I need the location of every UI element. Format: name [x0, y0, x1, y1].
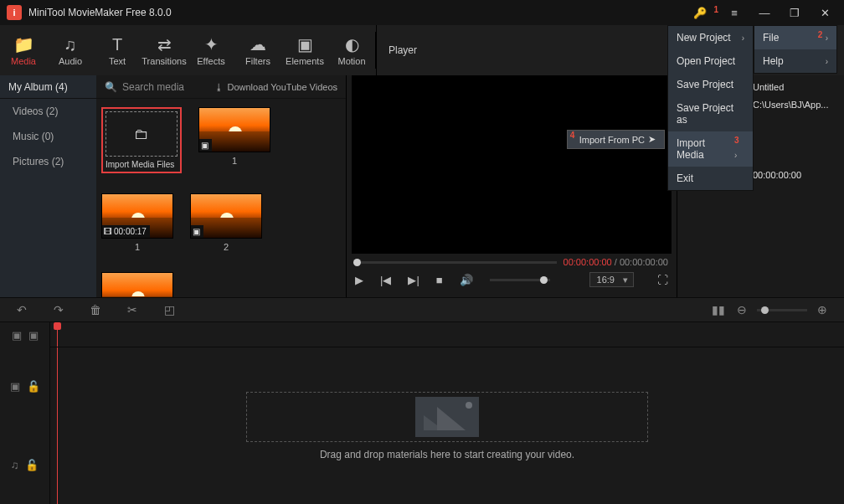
import-tile-label: Import Media Files: [106, 160, 178, 169]
delete-button[interactable]: 🗑: [87, 303, 104, 316]
lock-icon[interactable]: ▣: [10, 380, 20, 393]
timeline-ruler[interactable]: [50, 322, 844, 347]
thumb-label: 1: [135, 242, 140, 252]
import-from-pc-menu-item[interactable]: 4 Import From PC ➤: [567, 130, 665, 149]
menu-save-project[interactable]: Save Project: [668, 73, 753, 96]
hamburger-menu-button[interactable]: ≡: [720, 1, 749, 24]
tab-label: Transitions: [142, 56, 186, 66]
tab-audio[interactable]: ♫Audio: [47, 25, 94, 75]
download-icon: ⭳: [214, 82, 224, 92]
volume-icon[interactable]: 🔊: [460, 274, 473, 286]
minimize-button[interactable]: —: [750, 1, 779, 24]
tab-motion[interactable]: ◐Motion: [328, 25, 375, 75]
prev-frame-button[interactable]: |◀: [380, 274, 391, 286]
chevron-right-icon: ›: [826, 33, 828, 43]
crop-button[interactable]: ◰: [161, 303, 178, 316]
split-button[interactable]: ✂: [124, 303, 141, 316]
track-toggle-icon[interactable]: ▣: [12, 329, 22, 342]
menu-file[interactable]: File2 ›: [754, 26, 836, 49]
effects-icon: ✦: [204, 34, 219, 54]
image-icon: ▣: [201, 141, 208, 150]
app-icon: i: [7, 5, 22, 20]
time-total: 00:00:00:00: [620, 257, 668, 267]
chevron-right-icon: ›: [742, 33, 744, 43]
app-title: MiniTool MovieMaker Free 8.0.0: [28, 7, 693, 18]
aspect-ratio-select[interactable]: 16:9: [589, 272, 634, 287]
seek-slider[interactable]: [355, 261, 557, 264]
media-thumb[interactable]: ▣ 1: [198, 107, 270, 173]
media-thumb[interactable]: ▣ 2: [190, 193, 262, 252]
zoom-out-button[interactable]: ⊖: [733, 303, 750, 316]
next-frame-button[interactable]: ▶|: [408, 274, 419, 286]
menu-open-project[interactable]: Open Project: [668, 49, 753, 73]
sidebar-item-pictures[interactable]: Pictures (2): [0, 149, 96, 174]
marker-2: 2: [818, 30, 823, 39]
sidebar-item-videos[interactable]: Videos (2): [0, 99, 96, 124]
tab-filters[interactable]: ☁Filters: [234, 25, 281, 75]
search-icon: 🔍: [105, 81, 117, 93]
marker-tool[interactable]: ▮▮: [710, 303, 727, 316]
tab-label: Filters: [245, 56, 270, 66]
tab-label: Motion: [337, 56, 365, 66]
stop-button[interactable]: ■: [436, 274, 443, 286]
cursor-icon: ➤: [648, 134, 656, 145]
audio-track-icon[interactable]: ♫: [11, 459, 19, 471]
fullscreen-button[interactable]: ⛶: [657, 274, 668, 286]
filters-icon: ☁: [250, 34, 266, 54]
close-button[interactable]: ✕: [811, 1, 839, 24]
timeline-drop-zone[interactable]: [246, 392, 648, 442]
drop-hint: Drag and drop materials here to start cr…: [320, 449, 574, 460]
media-thumb[interactable]: 🎞00:00:35 2: [101, 272, 173, 297]
play-button[interactable]: ▶: [355, 274, 363, 286]
marker-3: 3: [734, 136, 739, 145]
tab-elements[interactable]: ▣Elements: [281, 25, 328, 75]
tab-media[interactable]: 📁Media: [0, 25, 47, 75]
tab-transitions[interactable]: ⇄Transitions: [141, 25, 188, 75]
marker-4: 4: [570, 131, 575, 140]
marker-1: 1: [713, 5, 718, 14]
thumb-duration: 00:00:17: [114, 227, 147, 236]
menu-save-project-as[interactable]: Save Project as: [668, 96, 753, 131]
tab-effects[interactable]: ✦Effects: [188, 25, 234, 75]
player-viewport: 4 Import From PC ➤: [352, 75, 672, 254]
transitions-icon: ⇄: [157, 34, 172, 54]
menu-help[interactable]: Help›: [754, 49, 836, 73]
menu-exit[interactable]: Exit: [668, 167, 753, 190]
sidebar-item-music[interactable]: Music (0): [0, 124, 96, 149]
info-dur: 00:00:00:00: [753, 170, 836, 180]
search-input[interactable]: 🔍Search media: [105, 81, 184, 93]
undo-button[interactable]: ↶: [13, 303, 30, 316]
unlock2-icon[interactable]: 🔓: [25, 459, 39, 471]
menu-new-project[interactable]: New Project›: [668, 26, 753, 49]
track-toggle2-icon[interactable]: ▣: [28, 329, 39, 342]
elements-icon: ▣: [297, 34, 313, 54]
chevron-right-icon: ›: [826, 57, 828, 66]
tab-label: Text: [109, 56, 126, 66]
thumb-label: 2: [224, 242, 229, 252]
file-menu-dropdown: File2 › Help›: [754, 25, 837, 74]
zoom-in-button[interactable]: ⊕: [814, 303, 831, 316]
folder-icon: 📁: [13, 34, 34, 54]
folder-placeholder-icon: 🗀: [134, 126, 149, 143]
search-placeholder: Search media: [122, 81, 184, 93]
unlock-icon[interactable]: 🔓: [27, 380, 40, 393]
media-thumb[interactable]: 🎞00:00:17 1: [101, 193, 173, 252]
download-youtube-button[interactable]: ⭳Download YouTube Videos: [214, 82, 338, 92]
tab-text[interactable]: TText: [94, 25, 141, 75]
info-path: C:\Users\BJ\App...: [753, 100, 836, 110]
image-icon: ▣: [193, 227, 200, 236]
maximize-button[interactable]: ❐: [780, 1, 809, 24]
motion-icon: ◐: [345, 34, 359, 54]
main-menu-dropdown: New Project› Open Project Save Project S…: [667, 25, 754, 191]
zoom-slider[interactable]: [757, 309, 807, 311]
volume-slider[interactable]: [490, 279, 550, 281]
album-header[interactable]: My Album (4): [0, 75, 96, 99]
key-icon[interactable]: 🔑: [693, 7, 707, 19]
player-title: Player: [389, 44, 417, 56]
import-media-tile[interactable]: 🗀 Import Media Files: [101, 107, 182, 173]
menu-import-media[interactable]: Import Media3 ›: [668, 131, 753, 167]
redo-button[interactable]: ↷: [50, 303, 67, 316]
time-current: 00:00:00:00: [564, 257, 612, 267]
chevron-right-icon: ›: [734, 151, 737, 160]
import-pc-label: Import From PC: [579, 135, 645, 145]
